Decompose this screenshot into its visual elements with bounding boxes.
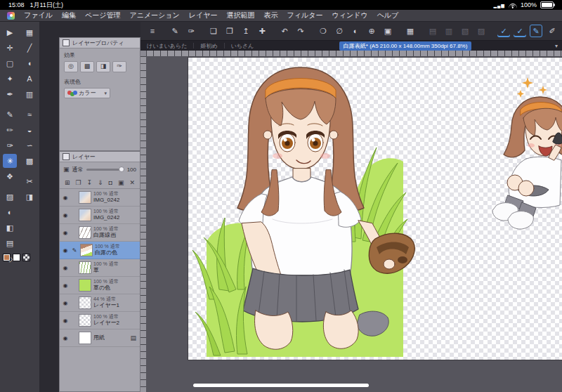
selection-tool[interactable]: ▢ <box>3 56 17 70</box>
clip-studio-logo[interactable] <box>7 12 15 20</box>
new-folder-button[interactable]: ❐ <box>76 179 81 186</box>
opacity-slider-thumb[interactable] <box>119 166 124 172</box>
blend-mode-select[interactable]: 通常 <box>72 166 84 174</box>
pen-tool[interactable]: ✎ <box>3 107 17 122</box>
balloon-tool[interactable]: ◖ <box>22 56 37 70</box>
opacity-slider[interactable] <box>86 169 124 171</box>
expand-selection-icon[interactable]: ⊕ <box>365 25 378 37</box>
layer-color-button[interactable]: ◨ <box>96 61 110 72</box>
current-tool-icon[interactable]: ✎ <box>169 25 181 37</box>
menu-window[interactable]: ウィンドウ <box>332 11 367 20</box>
current-subtool-icon[interactable]: ✑ <box>185 25 197 37</box>
visibility-eye-icon[interactable]: ◉ <box>62 230 69 236</box>
menu-view[interactable]: 表示 <box>264 11 278 20</box>
layer-row-kusa-color[interactable]: ◉ 100 % 通常 草の色 <box>60 277 140 294</box>
tone-button[interactable]: ▩ <box>80 61 94 72</box>
sub-color-chip[interactable] <box>13 254 20 261</box>
extract-line-button[interactable]: ✑ <box>112 61 126 72</box>
text-tool[interactable]: A <box>22 72 37 86</box>
layer-row-paper[interactable]: ◉ 用紙 ▤ <box>60 329 140 347</box>
visibility-eye-icon[interactable]: ◉ <box>62 195 69 201</box>
layer-row-shirotsuyu-color[interactable]: ◉ ✎ 100 % 通常 白露の色 <box>60 242 140 259</box>
selection-menu-icon[interactable]: ▣ <box>381 25 394 37</box>
snap-icon[interactable]: ▨ <box>475 25 488 37</box>
blend-tool[interactable]: ◐ <box>3 205 17 219</box>
undo-icon[interactable]: ↶ <box>278 25 291 37</box>
decoration-tool[interactable]: ❖ <box>3 169 17 183</box>
tab-active-document[interactable]: 白露表紙* (A5 210.00 x 148.00mm 350dpi 67.8%… <box>339 41 472 51</box>
material-icon[interactable]: ▧ <box>459 25 471 37</box>
menu-icon[interactable]: ≡ <box>146 25 159 37</box>
snip-tool[interactable]: ✂ <box>22 174 37 188</box>
menu-selection[interactable]: 選択範囲 <box>227 11 255 20</box>
tab-ichisan[interactable]: いちさん <box>225 42 261 50</box>
operation-tool[interactable]: ▶ <box>3 25 17 39</box>
visibility-eye-icon[interactable]: ◉ <box>62 300 69 306</box>
import-icon[interactable]: ✚ <box>256 25 268 37</box>
canvas-artwork[interactable] <box>188 58 562 360</box>
layer-row-layer2[interactable]: ◉ 100 % 通常 レイヤー2 <box>60 312 140 329</box>
layer-row-img0242-2[interactable]: ◉ 100 % 通常 IMG_0242 <box>60 207 140 224</box>
visibility-eye-icon[interactable]: ◉ <box>62 212 69 218</box>
chevron-down-icon[interactable]: ▾ <box>551 43 562 49</box>
menu-edit[interactable]: 編集 <box>62 11 76 20</box>
layer-palette-icon[interactable]: ▣ <box>63 166 70 173</box>
menu-animation[interactable]: アニメーション <box>129 11 179 20</box>
gesture-icon[interactable]: ✐ <box>546 25 558 37</box>
layer-row-img0242-1[interactable]: ◉ 100 % 通常 IMG_0242 <box>60 189 140 207</box>
deselect-icon[interactable]: ∅ <box>333 25 346 37</box>
home-indicator[interactable] <box>193 384 369 387</box>
new-layer-button[interactable]: ⊞ <box>65 179 70 186</box>
auto-select-tool[interactable]: ✦ <box>3 72 17 86</box>
invert-selection-icon[interactable]: ◐ <box>349 25 362 37</box>
pen-mode-icon[interactable]: ✓ <box>497 25 510 37</box>
lasso-fill-tool[interactable]: ≈ <box>22 107 37 122</box>
border-effect-button[interactable]: ◎ <box>64 61 78 72</box>
layer-row-shirotsuyu-lineart[interactable]: ◉ 100 % 通常 白露線画 <box>60 224 140 242</box>
eyedropper-tool[interactable]: ✒ <box>3 87 17 101</box>
airbrush-tool[interactable]: ✳ <box>3 154 17 168</box>
stabilizer-icon[interactable]: ✓ <box>514 25 526 37</box>
menu-help[interactable]: ヘルプ <box>377 11 399 20</box>
share-icon[interactable]: ↥ <box>240 25 252 37</box>
open-file-icon[interactable]: ❐ <box>223 25 236 37</box>
create-mask-button[interactable]: ◘ <box>109 179 112 186</box>
ruler-tool[interactable]: ╱ <box>22 41 37 55</box>
layer-row-kusa[interactable]: ◉ 100 % 通常 草 <box>60 259 140 277</box>
menu-page-management[interactable]: ページ管理 <box>85 11 120 20</box>
redo-icon[interactable]: ↷ <box>294 25 307 37</box>
menu-layer[interactable]: レイヤー <box>189 11 218 20</box>
visibility-eye-icon[interactable]: ◉ <box>62 247 69 254</box>
menu-file[interactable]: ファイル <box>24 11 53 20</box>
visibility-eye-icon[interactable]: ◉ <box>62 265 69 271</box>
select-area-icon[interactable]: ❍ <box>317 25 329 37</box>
new-canvas-icon[interactable]: ❏ <box>207 25 220 37</box>
menu-filter[interactable]: フィルター <box>287 11 323 20</box>
gradient-tool[interactable]: ▤ <box>3 236 17 250</box>
crop-icon[interactable]: ▦ <box>404 25 417 37</box>
brush-tool[interactable]: ✑ <box>3 138 17 152</box>
delete-layer-button[interactable]: ✕ <box>129 179 135 186</box>
transparent-color-chip[interactable] <box>22 254 30 261</box>
edit-line-icon[interactable]: ✎ <box>530 25 542 37</box>
eraser-tool[interactable]: ▨ <box>3 190 17 204</box>
visibility-eye-icon[interactable]: ◉ <box>62 335 69 341</box>
move-layer-tool[interactable]: ✛ <box>3 41 17 55</box>
canvas-viewport[interactable] <box>146 56 562 392</box>
expression-color-select[interactable]: カラー ▾ <box>64 88 110 98</box>
visibility-eye-icon[interactable]: ◉ <box>62 318 69 324</box>
guide-icon[interactable]: ▥ <box>443 25 455 37</box>
merge-down-button[interactable]: ⇓ <box>98 179 103 186</box>
grid-icon[interactable]: ▤ <box>426 25 439 37</box>
story-tool[interactable]: ▥ <box>22 87 37 101</box>
visibility-eye-icon[interactable]: ◉ <box>62 282 69 289</box>
lighttable-tool[interactable]: ◨ <box>22 190 37 204</box>
transfer-down-button[interactable]: ↧ <box>87 179 93 186</box>
layer-row-layer1[interactable]: ◉ 44 % 通常 レイヤー1 <box>60 294 140 312</box>
pencil-tool[interactable]: ✏ <box>3 123 17 137</box>
main-color-chip[interactable] <box>3 254 11 261</box>
tab-keimaiarata[interactable]: けいまいあらた <box>140 42 193 50</box>
liquify-tool[interactable]: ∽ <box>22 138 37 152</box>
frame-tool[interactable]: ▦ <box>22 25 37 39</box>
mix-color-tool[interactable]: ◒ <box>22 123 37 137</box>
